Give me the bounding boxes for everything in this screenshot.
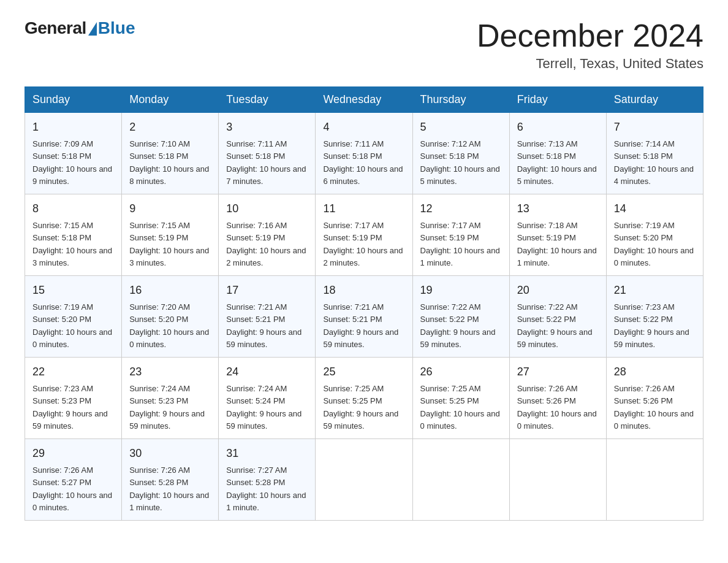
day-number: 19 [420,282,502,299]
calendar-cell: 12Sunrise: 7:17 AMSunset: 5:19 PMDayligh… [412,194,509,276]
calendar-cell: 25Sunrise: 7:25 AMSunset: 5:25 PMDayligh… [316,358,412,439]
calendar-cell: 9Sunrise: 7:15 AMSunset: 5:19 PMDaylight… [122,194,219,276]
day-detail: Sunrise: 7:11 AMSunset: 5:18 PMDaylight:… [323,139,403,186]
calendar-cell: 31Sunrise: 7:27 AMSunset: 5:28 PMDayligh… [219,439,316,521]
calendar-cell [606,439,703,521]
calendar-cell: 29Sunrise: 7:26 AMSunset: 5:27 PMDayligh… [25,439,122,521]
day-detail: Sunrise: 7:16 AMSunset: 5:19 PMDaylight:… [226,221,306,267]
day-detail: Sunrise: 7:23 AMSunset: 5:22 PMDaylight:… [614,302,689,349]
logo-general-text: General [25,18,86,38]
calendar-week-row: 1Sunrise: 7:09 AMSunset: 5:18 PMDaylight… [25,113,703,194]
day-detail: Sunrise: 7:11 AMSunset: 5:18 PMDaylight:… [226,139,306,186]
weekday-header-friday: Friday [509,87,606,113]
day-number: 10 [226,201,308,217]
calendar-cell: 1Sunrise: 7:09 AMSunset: 5:18 PMDaylight… [25,113,122,194]
weekday-header-thursday: Thursday [412,87,509,113]
calendar-cell: 23Sunrise: 7:24 AMSunset: 5:23 PMDayligh… [122,358,219,439]
calendar-week-row: 15Sunrise: 7:19 AMSunset: 5:20 PMDayligh… [25,276,703,358]
calendar-cell: 2Sunrise: 7:10 AMSunset: 5:18 PMDaylight… [122,113,219,194]
calendar-cell: 20Sunrise: 7:22 AMSunset: 5:22 PMDayligh… [509,276,606,358]
day-number: 12 [420,201,502,217]
day-number: 26 [420,364,502,380]
day-number: 15 [32,282,114,299]
calendar-cell: 28Sunrise: 7:26 AMSunset: 5:26 PMDayligh… [606,358,703,439]
calendar-cell: 14Sunrise: 7:19 AMSunset: 5:20 PMDayligh… [606,194,703,276]
day-number: 31 [226,445,308,462]
weekday-header-sunday: Sunday [25,87,122,113]
calendar-cell: 19Sunrise: 7:22 AMSunset: 5:22 PMDayligh… [412,276,509,358]
day-number: 6 [517,119,599,136]
day-number: 11 [323,201,404,217]
title-block: December 2024 Terrell, Texas, United Sta… [477,18,703,72]
calendar-cell: 5Sunrise: 7:12 AMSunset: 5:18 PMDaylight… [412,113,509,194]
day-detail: Sunrise: 7:15 AMSunset: 5:18 PMDaylight:… [32,221,112,267]
calendar-table: SundayMondayTuesdayWednesdayThursdayFrid… [25,86,703,521]
day-number: 24 [226,364,308,380]
weekday-header-wednesday: Wednesday [316,87,412,113]
logo-blue-text: Blue [98,18,135,38]
day-detail: Sunrise: 7:17 AMSunset: 5:19 PMDaylight:… [323,221,403,267]
day-number: 9 [129,201,211,217]
logo-top: General Blue [25,18,135,38]
day-detail: Sunrise: 7:22 AMSunset: 5:22 PMDaylight:… [420,302,496,349]
day-number: 21 [614,282,696,299]
day-detail: Sunrise: 7:26 AMSunset: 5:26 PMDaylight:… [517,384,597,431]
weekday-header-tuesday: Tuesday [219,87,316,113]
day-number: 27 [517,364,599,380]
calendar-cell: 13Sunrise: 7:18 AMSunset: 5:19 PMDayligh… [509,194,606,276]
day-number: 20 [517,282,599,299]
calendar-week-row: 8Sunrise: 7:15 AMSunset: 5:18 PMDaylight… [25,194,703,276]
day-detail: Sunrise: 7:22 AMSunset: 5:22 PMDaylight:… [517,302,593,349]
day-detail: Sunrise: 7:18 AMSunset: 5:19 PMDaylight:… [517,221,597,267]
day-detail: Sunrise: 7:21 AMSunset: 5:21 PMDaylight:… [323,302,398,349]
weekday-header-row: SundayMondayTuesdayWednesdayThursdayFrid… [25,87,703,113]
day-detail: Sunrise: 7:12 AMSunset: 5:18 PMDaylight:… [420,139,500,186]
location-title: Terrell, Texas, United States [477,56,703,72]
day-detail: Sunrise: 7:14 AMSunset: 5:18 PMDaylight:… [614,139,694,186]
calendar-cell: 7Sunrise: 7:14 AMSunset: 5:18 PMDaylight… [606,113,703,194]
calendar-cell: 17Sunrise: 7:21 AMSunset: 5:21 PMDayligh… [219,276,316,358]
calendar-cell: 4Sunrise: 7:11 AMSunset: 5:18 PMDaylight… [316,113,412,194]
day-detail: Sunrise: 7:19 AMSunset: 5:20 PMDaylight:… [614,221,694,267]
calendar-cell: 3Sunrise: 7:11 AMSunset: 5:18 PMDaylight… [219,113,316,194]
day-number: 16 [129,282,211,299]
day-number: 5 [420,119,502,136]
weekday-header-saturday: Saturday [606,87,703,113]
day-detail: Sunrise: 7:26 AMSunset: 5:27 PMDaylight:… [32,465,112,512]
calendar-week-row: 22Sunrise: 7:23 AMSunset: 5:23 PMDayligh… [25,358,703,439]
day-number: 29 [32,445,114,462]
calendar-cell: 30Sunrise: 7:26 AMSunset: 5:28 PMDayligh… [122,439,219,521]
day-number: 14 [614,201,696,217]
day-detail: Sunrise: 7:09 AMSunset: 5:18 PMDaylight:… [32,139,112,186]
weekday-header-monday: Monday [122,87,219,113]
day-detail: Sunrise: 7:13 AMSunset: 5:18 PMDaylight:… [517,139,597,186]
calendar-cell: 10Sunrise: 7:16 AMSunset: 5:19 PMDayligh… [219,194,316,276]
day-detail: Sunrise: 7:17 AMSunset: 5:19 PMDaylight:… [420,221,500,267]
day-detail: Sunrise: 7:27 AMSunset: 5:28 PMDaylight:… [226,465,306,512]
calendar-cell: 8Sunrise: 7:15 AMSunset: 5:18 PMDaylight… [25,194,122,276]
day-number: 28 [614,364,696,380]
logo: General Blue [25,18,135,38]
calendar-body: 1Sunrise: 7:09 AMSunset: 5:18 PMDaylight… [25,113,703,521]
day-number: 13 [517,201,599,217]
logo-triangle-icon [88,22,97,36]
day-number: 2 [129,119,211,136]
day-detail: Sunrise: 7:23 AMSunset: 5:23 PMDaylight:… [32,384,108,431]
day-detail: Sunrise: 7:19 AMSunset: 5:20 PMDaylight:… [32,302,112,349]
day-number: 1 [32,119,114,136]
calendar-cell: 22Sunrise: 7:23 AMSunset: 5:23 PMDayligh… [25,358,122,439]
day-number: 4 [323,119,404,136]
calendar-cell [316,439,412,521]
calendar-cell: 24Sunrise: 7:24 AMSunset: 5:24 PMDayligh… [219,358,316,439]
calendar-cell [509,439,606,521]
day-number: 8 [32,201,114,217]
day-detail: Sunrise: 7:15 AMSunset: 5:19 PMDaylight:… [129,221,209,267]
calendar-header: SundayMondayTuesdayWednesdayThursdayFrid… [25,87,703,113]
day-detail: Sunrise: 7:20 AMSunset: 5:20 PMDaylight:… [129,302,209,349]
day-detail: Sunrise: 7:26 AMSunset: 5:26 PMDaylight:… [614,384,694,431]
calendar-cell: 21Sunrise: 7:23 AMSunset: 5:22 PMDayligh… [606,276,703,358]
calendar-cell: 27Sunrise: 7:26 AMSunset: 5:26 PMDayligh… [509,358,606,439]
day-detail: Sunrise: 7:25 AMSunset: 5:25 PMDaylight:… [323,384,398,431]
calendar-cell: 18Sunrise: 7:21 AMSunset: 5:21 PMDayligh… [316,276,412,358]
day-detail: Sunrise: 7:10 AMSunset: 5:18 PMDaylight:… [129,139,209,186]
